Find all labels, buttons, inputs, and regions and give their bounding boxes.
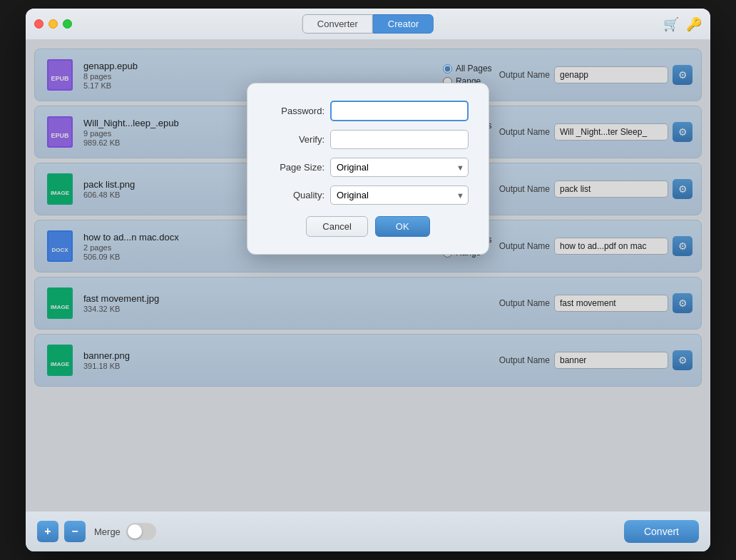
password-input[interactable]: [330, 101, 469, 121]
minimize-button[interactable]: [48, 19, 58, 29]
ok-button[interactable]: OK: [375, 216, 430, 237]
merge-label: Merge: [94, 526, 121, 537]
tab-converter[interactable]: Converter: [302, 14, 373, 34]
titlebar: Converter Creator 🛒 🔑: [26, 9, 710, 40]
content-area: EPUB genapp.epub 8 pages 5.17 KB All Pag…: [26, 40, 710, 511]
page-size-row: Page Size: Original A4 Letter Legal ▼: [267, 158, 469, 177]
remove-file-button[interactable]: −: [64, 521, 86, 542]
merge-toggle[interactable]: [126, 523, 156, 540]
maximize-button[interactable]: [63, 19, 72, 29]
password-label: Password:: [267, 106, 324, 116]
quality-row: Quality: Original High Medium Low ▼: [267, 185, 469, 205]
titlebar-actions: 🛒 🔑: [663, 16, 702, 32]
verify-row: Verify:: [267, 130, 469, 149]
bottom-bar: + − Merge Convert: [26, 511, 710, 551]
cart-icon[interactable]: 🛒: [663, 16, 679, 32]
convert-button[interactable]: Convert: [624, 520, 699, 543]
modal-overlay: Password: Verify: Page Size: Original A4…: [26, 40, 710, 511]
verify-input[interactable]: [330, 130, 469, 149]
options-modal: Password: Verify: Page Size: Original A4…: [247, 83, 489, 255]
verify-label: Verify:: [267, 134, 324, 145]
modal-buttons: Cancel OK: [267, 216, 469, 237]
quality-wrapper: Original High Medium Low ▼: [330, 185, 469, 205]
traffic-lights: [34, 19, 72, 29]
cancel-button[interactable]: Cancel: [306, 216, 367, 237]
merge-section: Merge: [94, 523, 156, 540]
password-row: Password:: [267, 101, 469, 121]
quality-label: Quality:: [267, 190, 324, 200]
close-button[interactable]: [34, 19, 44, 29]
add-file-button[interactable]: +: [37, 521, 58, 542]
app-window: Converter Creator 🛒 🔑 EPUB genapp.epub: [26, 9, 710, 551]
key-icon[interactable]: 🔑: [686, 16, 702, 32]
page-size-select[interactable]: Original A4 Letter Legal: [330, 158, 469, 177]
page-size-wrapper: Original A4 Letter Legal ▼: [330, 158, 469, 177]
page-size-label: Page Size:: [267, 162, 324, 173]
titlebar-tabs: Converter Creator: [302, 14, 434, 34]
quality-select[interactable]: Original High Medium Low: [330, 185, 469, 205]
tab-creator[interactable]: Creator: [373, 14, 434, 34]
